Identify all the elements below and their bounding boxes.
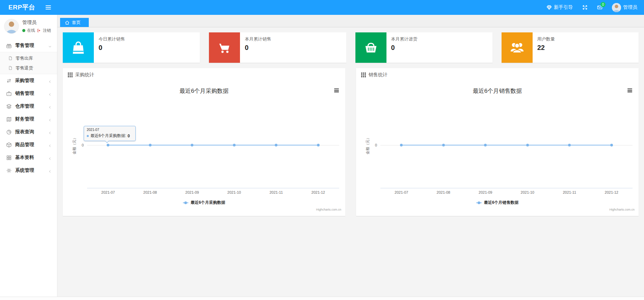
data-point-marker[interactable] <box>149 144 152 146</box>
stat-label: 用户数量 <box>537 36 555 42</box>
username-label: 管理员 <box>623 4 637 10</box>
tooltip-value: 0 <box>128 134 130 138</box>
tab-home[interactable]: 首页 <box>60 18 89 27</box>
tooltip-arrow <box>105 139 109 143</box>
chevron-left-icon <box>48 92 52 95</box>
charts-row: 采购统计 最近6个月采购数据 0 金额（元） 2021-07 <box>63 68 639 216</box>
guide-button[interactable]: 新手引导 <box>546 4 573 10</box>
tab-bar: 首页 <box>57 15 644 27</box>
chevron-left-icon <box>48 143 52 146</box>
stat-card-month-sales[interactable]: 本月累计销售 0 <box>209 32 346 63</box>
menu-label: 基本资料 <box>15 155 34 161</box>
x-axis-label: 2021-07 <box>101 190 115 194</box>
messages-button[interactable]: 0 <box>597 5 602 10</box>
sidebar-item-system-management[interactable]: 系统管理 <box>0 164 57 177</box>
stat-card-today-sales[interactable]: 今日累计销售 0 <box>63 32 200 63</box>
menu-label: 采购管理 <box>15 78 34 84</box>
data-point-marker[interactable] <box>191 144 193 146</box>
grid-dots-icon <box>68 73 73 77</box>
stat-label: 本月累计销售 <box>245 36 271 42</box>
sidebar-item-retail-outbound[interactable]: 零售出库 <box>0 53 57 63</box>
stat-value: 0 <box>245 44 271 52</box>
sidebar: 管理员 在线 注销 零售管理 <box>0 15 57 297</box>
sidebar-item-finance-management[interactable]: 财务管理 <box>0 113 57 126</box>
menu-label: 商品管理 <box>15 142 34 148</box>
navbar-right: 新手引导 0 管理员 <box>546 3 637 12</box>
shopping-bag-icon <box>63 32 94 63</box>
sidebar-user-avatar <box>4 19 19 34</box>
x-axis-label: 2021-09 <box>479 190 492 194</box>
sidebar-item-warehouse-management[interactable]: 仓库管理 <box>0 100 57 113</box>
online-status-label: 在线 <box>27 28 35 33</box>
user-menu[interactable]: 管理员 <box>612 3 637 12</box>
menu-label: 财务管理 <box>15 116 34 122</box>
legend-label: 最近6个月采购数据 <box>191 200 225 206</box>
stat-value: 0 <box>391 44 418 52</box>
chevron-left-icon <box>48 105 52 108</box>
panel-title: 采购统计 <box>75 72 94 78</box>
chevron-left-icon <box>48 79 52 82</box>
home-icon <box>65 20 70 25</box>
sidebar-item-retail-return[interactable]: 零售退货 <box>0 63 57 73</box>
data-point-marker[interactable] <box>442 144 445 146</box>
top-navbar: ERP平台 新手引导 0 <box>0 0 644 15</box>
data-point-marker[interactable] <box>568 144 571 146</box>
stat-card-month-purchase[interactable]: 本月累计进货 0 <box>355 32 492 63</box>
data-point-marker[interactable] <box>107 144 109 146</box>
highcharts-credits-link[interactable]: Highcharts.com.cn <box>609 208 635 211</box>
y-axis-tick: 0 <box>375 143 377 147</box>
x-axis-label: 2021-07 <box>395 190 408 194</box>
users-icon <box>502 32 533 63</box>
chevron-left-icon <box>48 117 52 121</box>
chevron-down-icon <box>48 44 52 47</box>
data-point-marker[interactable] <box>610 144 613 146</box>
sidebar-item-sales-management[interactable]: 销售管理 <box>0 87 57 100</box>
data-point-marker[interactable] <box>526 144 529 146</box>
submenu-label: 零售出库 <box>16 55 33 61</box>
fullscreen-button[interactable] <box>582 5 588 10</box>
sidebar-item-purchase-management[interactable]: 采购管理 <box>0 74 57 87</box>
ledger-icon <box>6 116 12 122</box>
submenu-label: 零售退货 <box>16 65 33 71</box>
sidebar-item-retail-management[interactable]: 零售管理 <box>0 39 57 52</box>
logout-link[interactable]: 注销 <box>43 28 51 33</box>
chart-tooltip: 2021-07 最近6个月采购数据: 0 <box>84 126 136 141</box>
chevron-left-icon <box>48 130 52 134</box>
footer-strip <box>0 297 644 300</box>
stat-card-user-count[interactable]: 用户数量 22 <box>502 32 639 63</box>
data-point-marker[interactable] <box>317 144 320 146</box>
data-point-marker[interactable] <box>400 144 403 146</box>
legend-item[interactable]: 最近6个月采购数据 <box>63 200 345 206</box>
brand-logo[interactable]: ERP平台 <box>8 3 35 12</box>
x-axis-label: 2021-08 <box>437 190 450 194</box>
diamond-icon <box>546 5 552 10</box>
sidebar-item-product-management[interactable]: 商品管理 <box>0 138 57 151</box>
x-axis-label: 2021-10 <box>227 190 241 194</box>
stat-label: 本月累计进货 <box>391 36 418 42</box>
data-point-marker[interactable] <box>484 144 487 146</box>
legend-item[interactable]: 最近6个月销售数据 <box>356 200 639 206</box>
x-axis-line <box>380 188 633 188</box>
briefcase-icon <box>6 91 12 97</box>
panel-title: 销售统计 <box>369 72 387 78</box>
panel-header: 采购统计 <box>63 68 345 82</box>
sidebar-item-report-query[interactable]: 报表查询 <box>0 126 57 138</box>
sidebar-item-basic-data[interactable]: 基本资料 <box>0 151 57 164</box>
highcharts-credits-link[interactable]: Highcharts.com.cn <box>316 208 341 211</box>
data-point-marker[interactable] <box>275 144 277 146</box>
gear-icon <box>6 168 12 173</box>
x-axis-label: 2021-10 <box>521 190 534 194</box>
tooltip-date: 2021-07 <box>87 128 133 132</box>
sales-chart: 最近6个月销售数据 0 金额（元） 2021-072021-082021-092… <box>356 82 639 216</box>
guide-label: 新手引导 <box>554 4 573 10</box>
legend-symbol <box>183 201 188 204</box>
data-point-marker[interactable] <box>233 144 236 146</box>
basket-icon <box>355 32 386 63</box>
y-axis-tick: 0 <box>82 143 84 147</box>
sidebar-toggle-icon[interactable] <box>46 5 51 9</box>
x-axis-labels: 2021-072021-082021-092021-102021-112021-… <box>380 190 633 195</box>
x-axis-labels: 2021-072021-082021-092021-102021-112021-… <box>87 190 339 195</box>
x-axis-line <box>87 188 339 188</box>
sidebar-username: 管理员 <box>22 20 51 26</box>
pie-chart-icon <box>6 129 12 135</box>
